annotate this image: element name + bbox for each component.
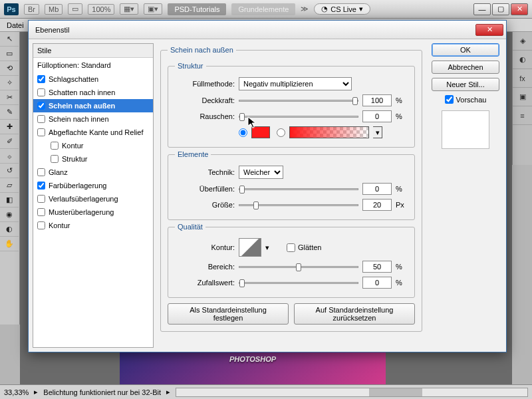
layers-panel-icon[interactable]: ◈ — [513, 32, 532, 51]
color-swatch[interactable] — [251, 126, 270, 138]
ueberf-slider[interactable] — [239, 188, 358, 190]
groesse-field[interactable]: 20 — [362, 199, 392, 211]
minibridge-button[interactable]: Mb — [45, 4, 63, 15]
style-glanz[interactable]: Glanz — [33, 166, 153, 179]
style-struktur-sub[interactable]: Struktur — [33, 152, 153, 166]
style-schein-innen-check[interactable] — [37, 115, 45, 123]
dialog-titlebar[interactable]: Ebenenstil ✕ — [29, 21, 506, 39]
bridge-button[interactable]: Br — [24, 4, 39, 15]
style-verlaufueber-check[interactable] — [37, 195, 45, 203]
history-tool-icon[interactable]: ↺ — [0, 164, 19, 178]
rauschen-slider[interactable] — [239, 116, 358, 118]
glaetten-check[interactable] — [287, 243, 295, 252]
cs-live-button[interactable]: ◔CS Live▾ — [314, 3, 370, 15]
style-schlagschatten-check[interactable] — [37, 75, 45, 83]
h-scrollbar[interactable] — [176, 388, 528, 397]
style-kontur-check[interactable] — [37, 221, 45, 229]
style-schein-aussen-check[interactable] — [37, 102, 45, 110]
style-struktur-sub-check[interactable] — [51, 155, 59, 163]
maximize-button[interactable]: ▢ — [492, 3, 509, 15]
style-schatten-innen[interactable]: Schatten nach innen — [33, 86, 153, 99]
rauschen-field[interactable]: 0 — [362, 110, 392, 122]
style-schatten-innen-check[interactable] — [37, 88, 45, 96]
screen-button[interactable]: ▭ — [68, 3, 82, 15]
preview-check-row[interactable]: Vorschau — [432, 95, 499, 104]
style-glanz-check[interactable] — [37, 168, 45, 176]
glaetten-check-row[interactable]: Glätten — [287, 243, 346, 252]
zufall-field[interactable]: 0 — [362, 277, 392, 289]
style-farbueber-check[interactable] — [37, 182, 45, 190]
dialog-close-button[interactable]: ✕ — [475, 24, 503, 36]
fuellmethode-select[interactable]: Negativ multiplizieren — [239, 77, 352, 90]
ueberf-field[interactable]: 0 — [362, 183, 392, 195]
style-farbueber[interactable]: Farbüberlagerung — [33, 179, 153, 192]
gradient-dropdown[interactable]: ▾ — [373, 126, 382, 138]
style-kontur-sub[interactable]: Kontur — [33, 139, 153, 152]
style-abgeflacht[interactable]: Abgeflachte Kante und Relief — [33, 126, 153, 139]
adjust-panel-icon[interactable]: ◐ — [513, 51, 532, 69]
technik-select[interactable]: Weicher — [239, 166, 283, 179]
style-kontur-sub-check[interactable] — [51, 142, 59, 150]
styles-list: Stile Fülloptionen: Standard Schlagschat… — [33, 43, 154, 348]
heal-tool-icon[interactable]: ✚ — [0, 120, 19, 134]
channels-panel-icon[interactable]: ≡ — [513, 106, 532, 125]
move-tool-icon[interactable]: ↖ — [0, 32, 19, 47]
outer-glow-fieldset: Schein nach außen Struktur Füllmethode: … — [160, 46, 422, 332]
styles-panel-icon[interactable]: fx — [513, 69, 532, 88]
style-schein-innen[interactable]: Schein nach innen — [33, 112, 153, 126]
groesse-slider[interactable] — [239, 204, 358, 206]
hand-tool-icon[interactable]: ✋ — [0, 237, 19, 251]
reset-default-button[interactable]: Auf Standardeinstellung zurücksetzen — [294, 303, 415, 325]
style-musterueber[interactable]: Musterüberlagerung — [33, 205, 153, 219]
menu-file[interactable]: Datei — [7, 21, 24, 29]
zufall-slider[interactable] — [239, 282, 358, 284]
ok-button[interactable]: OK — [432, 43, 499, 57]
doc-tab-active[interactable]: PSD-Tutorials — [168, 3, 226, 15]
bereich-field[interactable]: 50 — [362, 261, 392, 273]
lasso-tool-icon[interactable]: ⟲ — [0, 61, 19, 76]
set-default-button[interactable]: Als Standardeinstellung festlegen — [168, 303, 289, 325]
brush-tool-icon[interactable]: ✐ — [0, 134, 19, 149]
dialog-title: Ebenenstil — [35, 26, 69, 34]
arrange-button[interactable]: ▦▾ — [120, 3, 138, 15]
deckkraft-field[interactable]: 100 — [362, 94, 392, 106]
blur-tool-icon[interactable]: ◉ — [0, 207, 19, 222]
style-abgeflacht-check[interactable] — [37, 128, 45, 136]
style-musterueber-check[interactable] — [37, 208, 45, 216]
zufall-label: Zufallswert: — [175, 279, 235, 287]
eyedropper-tool-icon[interactable]: ✎ — [0, 105, 19, 120]
style-verlaufueber[interactable]: Verlaufsüberlagerung — [33, 192, 153, 205]
bereich-slider[interactable] — [239, 266, 358, 268]
wand-tool-icon[interactable]: ✧ — [0, 76, 19, 90]
rauschen-label: Rauschen: — [175, 112, 235, 120]
style-schein-aussen[interactable]: Schein nach außen — [33, 99, 153, 112]
masks-panel-icon[interactable]: ▣ — [513, 88, 532, 106]
app-close-button[interactable]: ✕ — [511, 3, 528, 15]
color-radio[interactable] — [239, 128, 247, 137]
minimize-button[interactable]: — — [473, 3, 491, 15]
more-tabs[interactable]: ≫ — [301, 5, 309, 13]
preview-check[interactable] — [445, 95, 454, 104]
stamp-tool-icon[interactable]: ⟐ — [0, 149, 19, 164]
kontur-picker[interactable] — [239, 238, 261, 257]
eraser-tool-icon[interactable]: ▱ — [0, 178, 19, 193]
style-kontur[interactable]: Kontur — [33, 219, 153, 232]
styles-header[interactable]: Stile — [33, 44, 153, 58]
style-schlagschatten[interactable]: Schlagschatten — [33, 72, 153, 86]
fuellmethode-label: Füllmethode: — [175, 80, 235, 88]
screenmode-button[interactable]: ▣▾ — [144, 3, 162, 15]
fill-options-row[interactable]: Fülloptionen: Standard — [33, 58, 153, 72]
deckkraft-slider[interactable] — [239, 100, 358, 102]
gradient-tool-icon[interactable]: ◧ — [0, 193, 19, 207]
kontur-dropdown-icon[interactable]: ▾ — [265, 243, 269, 252]
dodge-tool-icon[interactable]: ◐ — [0, 222, 19, 237]
doc-tab-inactive[interactable]: Grundelemente — [231, 3, 295, 15]
marquee-tool-icon[interactable]: ▭ — [0, 47, 19, 61]
gradient-radio[interactable] — [277, 128, 285, 137]
cancel-button[interactable]: Abbrechen — [432, 61, 499, 74]
zoom-combo[interactable]: 100% — [88, 4, 114, 15]
status-zoom[interactable]: 33,33% — [4, 388, 29, 396]
gradient-swatch[interactable] — [289, 126, 369, 138]
new-style-button[interactable]: Neuer Stil... — [432, 78, 499, 91]
crop-tool-icon[interactable]: ✂ — [0, 90, 19, 105]
